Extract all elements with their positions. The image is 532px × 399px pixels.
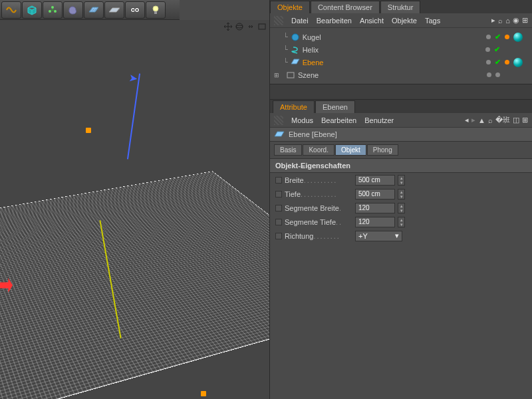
prop-richtung: Richtung........+Y▾: [270, 229, 532, 243]
menu-bearbeiten[interactable]: Bearbeiten: [321, 116, 356, 124]
grip-icon[interactable]: [274, 116, 283, 125]
prop-label: Segmente Tiefe..: [285, 218, 352, 226]
layer-dot-icon[interactable]: [486, 35, 491, 39]
back-icon[interactable]: ◂: [465, 116, 469, 124]
layer-dot-icon[interactable]: [495, 72, 500, 77]
attributes-menubar: Modus Bearbeiten Benutzer ◂ ▸ ▲ ⌕ �班 ◫ ⊞: [270, 113, 532, 128]
render-dot-icon[interactable]: [505, 60, 509, 65]
orbit-icon[interactable]: [235, 22, 244, 31]
tree-line: └: [283, 58, 288, 66]
tool-boole[interactable]: [63, 1, 83, 19]
anim-checkbox[interactable]: [275, 205, 282, 211]
prop-segmente-tiefe: Segmente Tiefe..: [270, 215, 532, 229]
prop-label: Tiefe...........: [285, 190, 352, 198]
axis-z[interactable]: [127, 73, 140, 159]
tree-flags: ✔: [485, 45, 528, 54]
search-icon[interactable]: ⌕: [498, 17, 503, 25]
move-icon[interactable]: [223, 22, 233, 31]
plane-object[interactable]: [0, 171, 269, 399]
visible-check-icon[interactable]: ✔: [495, 33, 501, 41]
arrow-icon[interactable]: ▸: [491, 16, 495, 25]
spinner-icon[interactable]: [398, 175, 405, 186]
tree-flags: [487, 72, 528, 77]
tab-ebenen[interactable]: Ebenen: [315, 100, 355, 113]
menu-tags[interactable]: Tags: [425, 17, 440, 25]
svg-point-3: [52, 9, 54, 11]
layer-dot-icon[interactable]: [485, 47, 490, 52]
spinner-icon[interactable]: [398, 189, 405, 200]
spinner-icon[interactable]: [398, 203, 405, 213]
viewport-3d[interactable]: ➤: [0, 20, 269, 399]
subtab-koord[interactable]: Koord.: [303, 144, 334, 156]
visible-check-icon[interactable]: ✔: [495, 58, 501, 66]
eye-icon[interactable]: ◉: [513, 16, 519, 25]
menu-objekte[interactable]: Objekte: [392, 17, 417, 25]
search-icon[interactable]: ⌕: [488, 116, 493, 124]
anim-checkbox[interactable]: [275, 191, 282, 198]
expander-icon[interactable]: ⊞: [274, 72, 281, 78]
up-icon[interactable]: ▲: [478, 116, 485, 124]
tool-light[interactable]: [146, 1, 166, 19]
prop-input[interactable]: [355, 217, 395, 227]
edge-handle[interactable]: [86, 128, 91, 133]
tab-attribute[interactable]: Attribute: [273, 100, 315, 113]
prop-input[interactable]: [355, 175, 395, 186]
material-tag-icon[interactable]: [513, 58, 523, 67]
panel-splitter[interactable]: [270, 84, 532, 100]
fwd-icon[interactable]: ▸: [471, 116, 475, 124]
menu-benutzer[interactable]: Benutzer: [364, 116, 394, 124]
expand-icon[interactable]: ⊞: [522, 16, 528, 25]
layer-dot-icon[interactable]: [487, 72, 491, 77]
new-icon[interactable]: ◫: [513, 116, 519, 124]
anim-checkbox[interactable]: [275, 233, 282, 239]
svg-point-2: [54, 10, 57, 13]
grip-icon[interactable]: [274, 16, 283, 25]
zoom-icon[interactable]: [246, 22, 255, 31]
subtab-phong[interactable]: Phong: [367, 144, 398, 156]
tool-plane[interactable]: [84, 1, 104, 19]
prop-dropdown[interactable]: +Y▾: [355, 231, 402, 241]
tool-cloner[interactable]: [43, 1, 63, 19]
axis-z-arrow-icon: ➤: [128, 71, 139, 85]
visible-check-icon[interactable]: ✔: [494, 45, 500, 54]
svg-rect-14: [287, 72, 294, 78]
prop-label: Breite..........: [285, 176, 352, 184]
expand-icon[interactable]: ⊞: [522, 116, 528, 124]
prop-tiefe: Tiefe...........: [270, 187, 532, 201]
tab-objekte[interactable]: Objekte: [270, 1, 310, 13]
menu-bearbeiten[interactable]: Bearbeiten: [317, 17, 352, 25]
svg-rect-12: [259, 24, 265, 29]
prop-input[interactable]: [355, 189, 395, 200]
subtab-basis[interactable]: Basis: [274, 144, 302, 156]
tree-row-helix[interactable]: └Helix✔: [274, 43, 528, 56]
menu-ansicht[interactable]: Ansicht: [360, 17, 384, 25]
tab-struktur[interactable]: Struktur: [380, 1, 421, 13]
tool-eyes[interactable]: [125, 1, 145, 19]
menu-modus[interactable]: Modus: [291, 116, 313, 124]
tool-cube[interactable]: [22, 1, 42, 19]
sphere-icon: [291, 33, 300, 42]
attribute-object-name: Ebene [Ebene]: [289, 130, 337, 138]
anim-checkbox[interactable]: [275, 219, 282, 225]
menu-datei[interactable]: Datei: [291, 17, 309, 25]
material-tag-icon[interactable]: [513, 33, 523, 42]
edge-handle[interactable]: [201, 391, 206, 396]
tree-row-kugel[interactable]: └Kugel✔: [274, 31, 528, 43]
layer-dot-icon[interactable]: [486, 60, 491, 65]
anim-checkbox[interactable]: [275, 177, 282, 184]
lock-icon[interactable]: �班: [495, 115, 510, 125]
tree-row-ebene[interactable]: └Ebene✔: [274, 56, 528, 68]
render-dot-icon[interactable]: [505, 35, 509, 39]
subtab-objekt[interactable]: Objekt: [335, 144, 366, 156]
spinner-icon[interactable]: [398, 217, 405, 227]
attribute-subtabs: BasisKoord.ObjektPhong: [270, 142, 532, 158]
scene-icon: [286, 70, 295, 80]
frame-icon[interactable]: [257, 22, 267, 31]
tool-deformer[interactable]: [1, 1, 21, 19]
tree-row-szene[interactable]: ⊞Szene: [274, 68, 528, 81]
prop-input[interactable]: [355, 203, 395, 213]
attributes-tab-bar: Attribute Ebenen: [270, 100, 532, 113]
tool-floor[interactable]: [104, 1, 124, 19]
home-icon[interactable]: ⌂: [505, 17, 510, 25]
tab-content-browser[interactable]: Content Browser: [311, 1, 380, 13]
